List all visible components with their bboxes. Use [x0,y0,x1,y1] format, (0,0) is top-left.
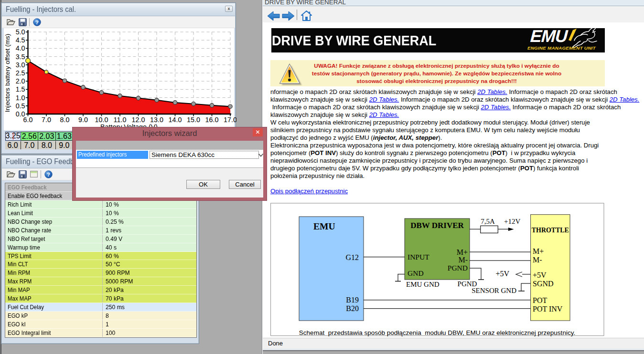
svg-text:7,5A: 7,5A [481,218,495,225]
svg-text:POT: POT [533,296,547,304]
svg-text:SGND: SGND [533,280,554,288]
svg-text:7.0: 7.0 [42,116,51,124]
svg-text:4.0: 4.0 [16,44,25,52]
svg-text:3.0: 3.0 [16,61,25,69]
svg-text:17.0: 17.0 [224,116,236,124]
svg-text:9.0: 9.0 [78,116,88,124]
svg-text:Schemat przedstawia sposób po: Schemat przedstawia sposób podłączenia m… [299,329,575,336]
svg-text:B20: B20 [346,304,359,312]
svg-text:2.0: 2.0 [16,77,25,85]
svg-text:+12V: +12V [504,218,520,225]
svg-text:0.5: 0.5 [16,102,25,110]
svg-text:16.0: 16.0 [205,116,219,124]
svg-text:2.5: 2.5 [16,69,25,77]
svg-text:6.0: 6.0 [23,116,33,124]
svg-text:G12: G12 [345,253,359,261]
svg-text:B19: B19 [346,296,359,304]
svg-text:DBW DRIVER: DBW DRIVER [410,221,464,230]
svg-text:INPUT: INPUT [408,253,429,261]
svg-text:M+: M+ [457,248,468,256]
svg-text:+5V: +5V [495,270,509,278]
svg-text:EMU GND: EMU GND [406,281,440,288]
svg-text:1.0: 1.0 [16,94,25,102]
svg-text:SENSOR GND: SENSOR GND [472,287,516,294]
svg-text:M-: M- [533,256,542,264]
svg-text:Injectors battery offset (ms): Injectors battery offset (ms) [4,34,11,112]
svg-text:POT INV: POT INV [533,305,563,313]
svg-text:M+: M+ [533,247,544,255]
svg-text:THROTTLE: THROTTLE [532,227,569,234]
svg-text:EMU: EMU [313,221,335,231]
svg-text:14.0: 14.0 [169,116,182,124]
svg-text:M-: M- [458,256,468,264]
svg-text:?: ? [47,172,50,177]
svg-text:GND: GND [408,269,424,277]
svg-text:1.5: 1.5 [16,85,25,93]
svg-text:3.5: 3.5 [16,53,25,61]
svg-text:ENGINE MANAGEMENT UNIT: ENGINE MANAGEMENT UNIT [527,45,596,51]
svg-text:8.0: 8.0 [60,116,70,124]
svg-text:5.0: 5.0 [16,28,25,36]
svg-text:PGND: PGND [448,264,468,272]
svg-text:15.0: 15.0 [187,116,200,124]
svg-text:4.5: 4.5 [16,36,25,44]
svg-text:+5V: +5V [533,271,547,279]
